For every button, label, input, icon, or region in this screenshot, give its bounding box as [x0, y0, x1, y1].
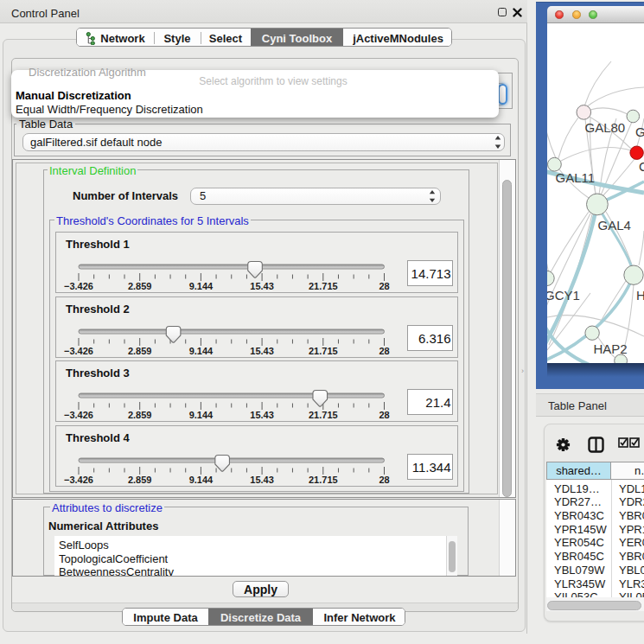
svg-text:21.715: 21.715: [309, 281, 338, 291]
svg-text:21.715: 21.715: [309, 410, 338, 420]
svg-text:−3.426: −3.426: [64, 281, 93, 291]
svg-text:GAL80: GAL80: [585, 120, 626, 135]
svg-text:28: 28: [379, 474, 389, 484]
svg-text:2.859: 2.859: [128, 474, 152, 484]
svg-text:21.715: 21.715: [309, 345, 338, 355]
svg-text:15.43: 15.43: [250, 474, 274, 484]
svg-text:9.144: 9.144: [189, 345, 214, 355]
svg-text:H...: H...: [636, 288, 644, 303]
svg-text:9.144: 9.144: [189, 281, 214, 291]
svg-text:G...: G...: [635, 124, 644, 139]
svg-text:15.43: 15.43: [250, 345, 274, 355]
svg-text:GCY1: GCY1: [547, 288, 580, 303]
svg-text:GAL11: GAL11: [556, 170, 596, 185]
svg-text:−3.426: −3.426: [64, 345, 93, 355]
svg-text:15.43: 15.43: [250, 281, 274, 291]
svg-text:28: 28: [379, 345, 389, 355]
svg-text:9.144: 9.144: [189, 474, 214, 484]
svg-text:C...: C...: [639, 159, 644, 174]
svg-text:−3.426: −3.426: [64, 474, 93, 484]
svg-text:HAP2: HAP2: [594, 341, 628, 356]
svg-text:9.144: 9.144: [189, 410, 214, 420]
svg-text:28: 28: [379, 410, 389, 420]
svg-text:21.715: 21.715: [309, 474, 338, 484]
svg-text:2.859: 2.859: [128, 345, 152, 355]
svg-text:−3.426: −3.426: [64, 410, 93, 420]
svg-text:GAL4: GAL4: [598, 218, 631, 233]
svg-text:2.859: 2.859: [128, 281, 152, 291]
svg-text:15.43: 15.43: [250, 410, 274, 420]
svg-text:2.859: 2.859: [128, 410, 152, 420]
svg-text:28: 28: [379, 281, 389, 291]
